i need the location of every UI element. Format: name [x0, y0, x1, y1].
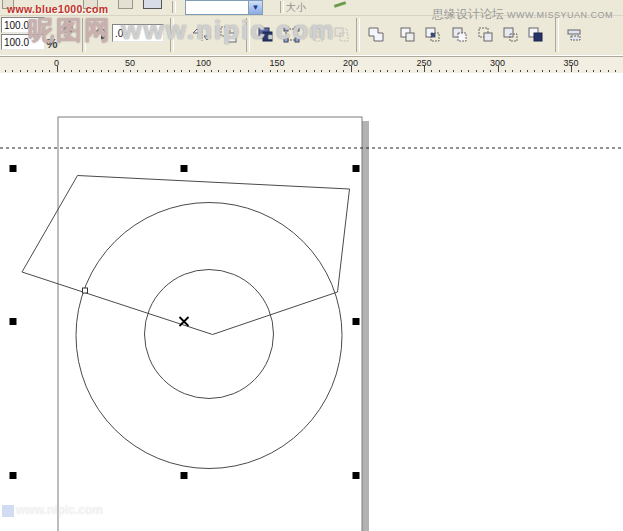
curve-node[interactable]	[83, 288, 88, 293]
selection-handle[interactable]	[353, 472, 360, 479]
selection-handle[interactable]	[353, 318, 360, 325]
drawing-layer	[0, 0, 623, 531]
watermark-missyuan: 思缘设计论坛 WWW.MISSYUAN.COM	[432, 6, 613, 23]
selection-handle[interactable]	[10, 318, 17, 325]
nipic-logo-icon	[2, 505, 14, 517]
watermark-nipic: 昵图网 www.nipic.com	[28, 13, 336, 48]
selection-handle[interactable]	[181, 165, 188, 172]
watermark-nipic-url: www.nipic.com	[121, 15, 335, 45]
watermark-nipic-bottom: www.nipic.com	[2, 503, 103, 517]
watermark-bottom-url: www.nipic.com	[16, 503, 103, 517]
watermark-missyuan-cn: 思缘设计论坛	[432, 7, 504, 21]
selection-handle[interactable]	[181, 472, 188, 479]
selection-handle[interactable]	[10, 472, 17, 479]
selection-handle[interactable]	[10, 165, 17, 172]
watermark-nipic-cn: 昵图网	[28, 15, 112, 45]
app-window: www.blue1000.com 昵图网 www.nipic.com 思缘设计论…	[0, 0, 623, 531]
selection-handle[interactable]	[353, 165, 360, 172]
watermark-missyuan-url: WWW.MISSYUAN.COM	[507, 10, 613, 20]
page-shadow	[362, 121, 369, 531]
